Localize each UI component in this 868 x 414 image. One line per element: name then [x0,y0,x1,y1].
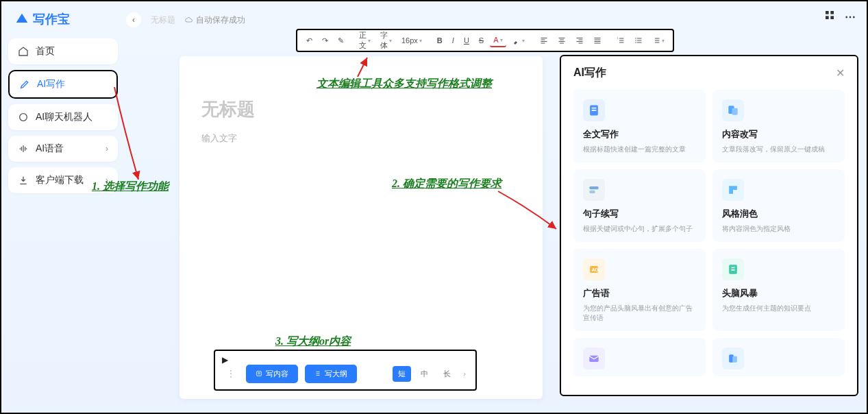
grid-icon[interactable] [824,10,835,23]
ai-card-polish[interactable]: 风格润色 将内容润色为指定风格 [712,169,845,242]
ai-card-title: 风格润色 [722,208,835,220]
text-color-button[interactable]: A [490,34,506,47]
ai-card-title: 句子续写 [583,208,696,220]
length-long[interactable]: 长 [438,366,456,382]
ai-card-brainstorm[interactable]: 头脑风暴 为您生成任何主题的知识要点 [712,249,845,331]
mail-icon [583,348,605,369]
italic-button[interactable]: I [449,34,458,47]
annotation-2: 2. 确定需要的写作要求 [392,177,501,191]
svg-point-7 [635,40,636,41]
outline-icon [314,370,321,377]
svg-point-0 [20,114,27,121]
format-painter-button[interactable]: ✎ [334,34,347,47]
highlight-button[interactable] [509,34,528,47]
ai-card-desc: 将内容润色为指定风格 [722,224,835,234]
sidebar-item-label: 客户端下载 [36,174,84,186]
svg-rect-4 [830,16,834,19]
align-right-button[interactable] [572,34,587,47]
ai-card-partial-2[interactable] [712,338,845,376]
doc-body-placeholder[interactable]: 输入文字 [201,132,521,145]
svg-rect-2 [830,11,834,14]
content-icon [256,370,262,377]
sidebar-item-voice[interactable]: AI语音 › [8,136,118,162]
paragraph-style-select[interactable]: 正文 [356,28,374,53]
ai-card-desc: 为您生成任何主题的知识要点 [722,304,835,313]
ai-card-title: 头脑风暴 [722,287,835,300]
svg-rect-21 [732,356,737,363]
font-size-select[interactable]: 16px [398,34,425,47]
list-unordered-button[interactable] [631,34,646,47]
svg-rect-3 [826,16,829,19]
align-center-button[interactable] [554,34,569,47]
align-justify-button[interactable] [590,34,605,47]
font-family-select[interactable]: 字体 [377,28,395,53]
line-height-button[interactable] [649,34,668,47]
write-content-button[interactable]: 写内容 [246,365,298,383]
ai-card-desc: 根据关键词或中心句，扩展多个句子 [583,224,696,234]
write-outline-button[interactable]: 写大纲 [305,365,357,383]
continue-icon [583,179,605,201]
polish-icon [722,179,744,201]
brainstorm-icon [722,258,744,280]
pencil-icon [19,79,30,90]
svg-point-8 [635,42,636,43]
more-actions-button[interactable]: ⋮ [222,368,239,379]
document-editor[interactable]: 无标题 输入文字 [179,56,543,399]
svg-rect-14 [589,186,598,189]
document-icon [583,99,605,121]
sidebar-item-chatbot[interactable]: AI聊天机器人 [8,104,118,130]
list-ordered-button[interactable]: 1 [613,34,628,47]
length-short[interactable]: 短 [393,366,411,382]
sidebar-item-ai-write[interactable]: AI写作 [8,70,118,99]
more-icon[interactable]: ⋯ [845,10,856,23]
back-button[interactable]: ‹ [126,12,141,27]
cloud-icon [185,16,193,24]
ai-panel-title: AI写作 [573,66,606,80]
card-icon [722,348,744,369]
align-left-button[interactable] [536,34,551,47]
redo-button[interactable]: ↷ [319,34,332,47]
voice-icon [18,143,29,154]
sidebar: 写作宝 首页 AI写作 AI聊天机器人 AI语音 › 客户端下载 › [8,7,118,199]
ai-card-fulltext[interactable]: 全文写作 根据标题快速创建一篇完整的文章 [573,90,706,162]
annotation-toolbar: 文本编辑工具众多支持写作格式调整 [317,77,492,91]
ai-card-rewrite[interactable]: 内容改写 文章段落改写，保留原义一键成稿 [712,90,845,162]
ai-card-partial-1[interactable] [573,338,706,376]
svg-rect-10 [592,108,597,109]
play-icon[interactable]: ▶ [222,355,228,365]
ai-card-desc: 文章段落改写，保留原义一键成稿 [722,145,835,154]
ad-icon: AD [583,258,605,280]
editor-toolbar: ↶ ↷ ✎ 正文 字体 16px B I U S A 1 [296,29,674,52]
close-button[interactable]: ✕ [836,66,845,80]
ai-card-title: 内容改写 [722,128,835,141]
ai-card-title: 广告语 [583,287,696,300]
length-group: 短 中 长 › [393,366,469,382]
ai-card-ad[interactable]: AD 广告语 为您的产品头脑风暴出有创意的广告宣传语 [573,249,706,331]
svg-rect-1 [826,11,829,14]
ai-write-panel: AI写作 ✕ 全文写作 根据标题快速创建一篇完整的文章 内容改写 文章段落改写，… [560,55,858,396]
strike-button[interactable]: S [475,34,487,47]
length-next[interactable]: › [460,369,469,378]
svg-text:AD: AD [592,267,599,272]
length-mid[interactable]: 中 [415,366,434,382]
doc-title-placeholder[interactable]: 无标题 [201,97,521,121]
ai-card-title: 全文写作 [583,128,696,141]
home-icon [18,46,29,57]
ai-card-continue[interactable]: 句子续写 根据关键词或中心句，扩展多个句子 [573,169,706,242]
annotation-1: 1. 选择写作功能 [92,180,169,194]
chat-icon [18,112,29,123]
top-right-icons: ⋯ [824,10,856,23]
svg-rect-13 [732,108,737,115]
ai-card-desc: 为您的产品头脑风暴出有创意的广告宣传语 [583,304,696,323]
sidebar-item-home[interactable]: 首页 [8,38,118,64]
topbar: ‹ 无标题 自动保存成功 [126,12,245,27]
action-bar: ▶ ⋮ 写内容 写大纲 短 中 长 › [214,350,477,391]
svg-point-6 [635,38,636,39]
svg-rect-11 [592,110,597,111]
underline-button[interactable]: U [460,34,473,47]
svg-text:1: 1 [617,37,619,40]
annotation-3: 3. 写大纲or内容 [275,334,351,349]
bold-button[interactable]: B [434,34,446,47]
sidebar-item-label: AI聊天机器人 [36,111,92,123]
undo-button[interactable]: ↶ [303,34,316,47]
